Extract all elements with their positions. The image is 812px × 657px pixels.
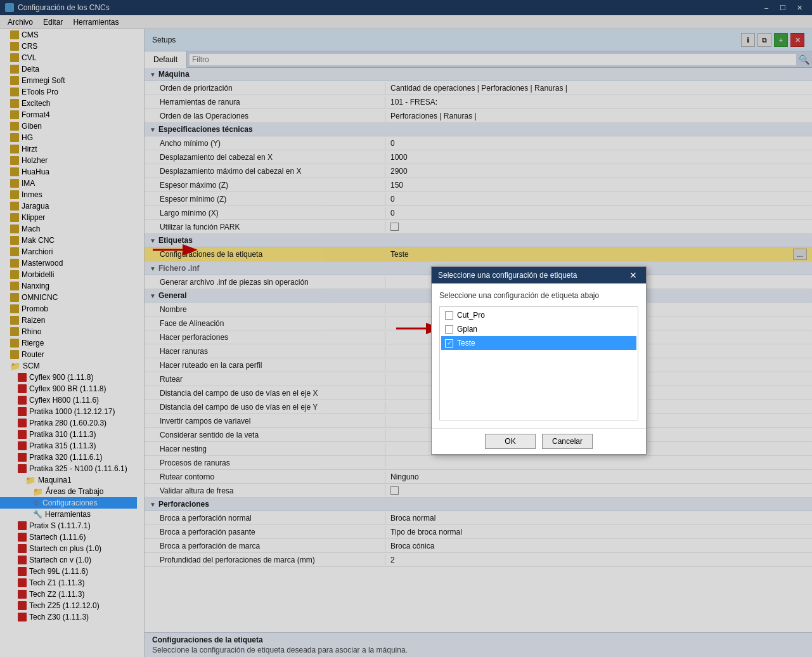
filter-input[interactable] xyxy=(190,54,796,65)
sidebar-item-label: Jaragua xyxy=(22,202,49,211)
modal-ok-button[interactable]: OK xyxy=(485,434,536,449)
sidebar-item-50[interactable]: Tech Z25 (1.12.12.0) xyxy=(0,600,137,611)
maximize-button[interactable]: ☐ xyxy=(775,1,790,14)
machine-icon xyxy=(10,99,19,108)
section-maquina[interactable]: ▼ Máquina xyxy=(145,68,812,81)
sidebar-item-48[interactable]: Tech Z1 (1.11.3) xyxy=(0,577,137,589)
sidebar-item-11[interactable]: Holzher xyxy=(0,155,137,166)
validar-checkbox[interactable] xyxy=(390,486,399,495)
sidebar-item-47[interactable]: Tech 99L (1.11.6) xyxy=(0,566,137,577)
modal-close-button[interactable]: ✕ xyxy=(627,270,640,280)
sidebar-item-13[interactable]: IMA xyxy=(0,178,137,189)
sidebar-item-25[interactable]: Raizen xyxy=(0,315,137,326)
label-orden-priorizacion: Orden de priorización xyxy=(145,82,385,94)
sidebar-item-23[interactable]: OMNICNC xyxy=(0,292,137,303)
sidebar-item-39[interactable]: 📁Maquina1 xyxy=(0,474,137,486)
sidebar-item-44[interactable]: Startech (1.11.6) xyxy=(0,531,137,543)
menu-herramientas[interactable]: Herramientas xyxy=(68,16,124,28)
machine-red-icon xyxy=(18,556,27,564)
sidebar-item-19[interactable]: Marchiori xyxy=(0,246,137,257)
sidebar-item-16[interactable]: Klipper xyxy=(0,212,137,223)
sidebar-item-12[interactable]: HuaHua xyxy=(0,166,137,178)
info-button[interactable]: ℹ xyxy=(741,33,755,47)
sidebar-item-38[interactable]: Pratika 325 - N100 (1.11.6.1) xyxy=(0,463,137,474)
modal-list-item-1[interactable]: Gplan xyxy=(441,322,636,336)
list-checkbox-1[interactable] xyxy=(445,325,453,334)
close-window-button[interactable]: ✕ xyxy=(792,1,807,14)
label-herramientas-ranura: Herramientas de ranura xyxy=(145,96,385,108)
modal-cancel-button[interactable]: Cancelar xyxy=(542,434,593,449)
list-checkbox-0[interactable] xyxy=(445,311,453,320)
section-etiquetas[interactable]: ▼ Etiquetas xyxy=(145,234,812,247)
sidebar-item-2[interactable]: CVL xyxy=(0,52,137,63)
folder-icon: 📁 xyxy=(25,476,35,485)
sidebar-item-8[interactable]: Giben xyxy=(0,120,137,132)
menu-bar: Archivo Editar Herramientas xyxy=(0,15,812,29)
menu-archivo[interactable]: Archivo xyxy=(3,16,38,28)
list-checkbox-2[interactable]: ✓ xyxy=(445,339,453,348)
sidebar-item-5[interactable]: ETools Pro xyxy=(0,86,137,98)
park-checkbox[interactable] xyxy=(390,223,399,231)
label-rutear-contorno: Rutear contorno xyxy=(145,471,385,483)
sidebar: CMSCRSCVLDeltaEmmegi SoftETools ProExcit… xyxy=(0,29,145,657)
sidebar-item-42[interactable]: 🔧Herramientas xyxy=(0,509,137,520)
sidebar-item-26[interactable]: Rhino xyxy=(0,326,137,337)
sidebar-item-3[interactable]: Delta xyxy=(0,63,137,75)
sidebar-item-30[interactable]: Cyflex 900 (1.11.8) xyxy=(0,372,137,383)
sidebar-item-9[interactable]: HG xyxy=(0,132,137,143)
sidebar-item-34[interactable]: Pratika 280 (1.60.20.3) xyxy=(0,417,137,429)
sidebar-item-6[interactable]: Excitech xyxy=(0,98,137,109)
tab-default[interactable]: Default xyxy=(145,51,187,68)
add-button[interactable]: + xyxy=(774,33,788,47)
sidebar-item-10[interactable]: Hirzt xyxy=(0,143,137,155)
sidebar-item-label: Startech cn v (1.0) xyxy=(29,556,91,564)
sidebar-item-41[interactable]: ⚙Configuraciones xyxy=(0,497,137,509)
sidebar-item-43[interactable]: Pratix S (1.11.7.1) xyxy=(0,520,137,531)
sidebar-item-29[interactable]: 📁SCM xyxy=(0,360,137,372)
sidebar-item-0[interactable]: CMS xyxy=(0,29,137,41)
sidebar-item-4[interactable]: Emmegi Soft xyxy=(0,75,137,86)
sidebar-item-31[interactable]: Cyflex 900 BR (1.11.8) xyxy=(0,383,137,394)
sidebar-item-33[interactable]: Pratika 1000 (1.12.12.17) xyxy=(0,406,137,417)
sidebar-item-label: IMA xyxy=(22,179,35,188)
sidebar-item-14[interactable]: Inmes xyxy=(0,189,137,200)
machine-red-icon xyxy=(18,590,27,599)
sidebar-item-27[interactable]: Rierge xyxy=(0,337,137,349)
sidebar-item-17[interactable]: Mach xyxy=(0,223,137,235)
sidebar-item-35[interactable]: Pratika 310 (1.11.3) xyxy=(0,429,137,440)
sidebar-item-20[interactable]: Masterwood xyxy=(0,257,137,269)
sidebar-item-40[interactable]: 📁Áreas de Trabajo xyxy=(0,486,137,497)
sidebar-item-22[interactable]: Nanxing xyxy=(0,280,137,292)
sidebar-item-1[interactable]: CRS xyxy=(0,41,137,52)
modal-list-item-0[interactable]: Cut_Pro xyxy=(441,308,636,322)
minimize-button[interactable]: – xyxy=(759,1,774,14)
etiqueta-browse-button[interactable]: … xyxy=(793,249,807,260)
label-dist-y: Distancia del campo de uso de vías en el… xyxy=(145,401,385,413)
sidebar-item-37[interactable]: Pratika 320 (1.11.6.1) xyxy=(0,452,137,463)
label-broca-pasante: Broca a perforación pasante xyxy=(145,526,385,538)
sidebar-item-21[interactable]: Morbidelli xyxy=(0,269,137,280)
copy-button[interactable]: ⧉ xyxy=(757,33,771,47)
folder-icon: 📁 xyxy=(33,487,43,497)
sidebar-item-label: Holzher xyxy=(22,156,48,165)
sidebar-item-49[interactable]: Tech Z2 (1.11.3) xyxy=(0,589,137,600)
modal-list-item-2[interactable]: ✓Teste xyxy=(441,336,636,350)
sidebar-item-15[interactable]: Jaragua xyxy=(0,200,137,212)
sidebar-item-24[interactable]: Promob xyxy=(0,303,137,315)
sidebar-item-51[interactable]: Tech Z30 (1.11.3) xyxy=(0,611,137,623)
sidebar-item-45[interactable]: Startech cn plus (1.0) xyxy=(0,543,137,554)
machine-red-icon xyxy=(18,419,27,427)
sidebar-item-18[interactable]: Mak CNC xyxy=(0,235,137,246)
machine-red-icon xyxy=(18,441,27,450)
setups-close-button[interactable]: ✕ xyxy=(790,33,804,47)
section-especificaciones[interactable]: ▼ Especificaciones técnicas xyxy=(145,123,812,136)
sidebar-item-28[interactable]: Router xyxy=(0,349,137,360)
section-etiquetas-label: Etiquetas xyxy=(158,236,193,245)
section-perforaciones[interactable]: ▼ Perforaciones xyxy=(145,498,812,511)
sidebar-item-46[interactable]: Startech cn v (1.0) xyxy=(0,554,137,566)
sidebar-item-32[interactable]: Cyflex H800 (1.11.6) xyxy=(0,394,137,406)
value-profundidad-marca: 2 xyxy=(385,554,812,566)
sidebar-item-7[interactable]: Format4 xyxy=(0,109,137,120)
menu-editar[interactable]: Editar xyxy=(38,16,68,28)
sidebar-item-36[interactable]: Pratika 315 (1.11.3) xyxy=(0,440,137,452)
